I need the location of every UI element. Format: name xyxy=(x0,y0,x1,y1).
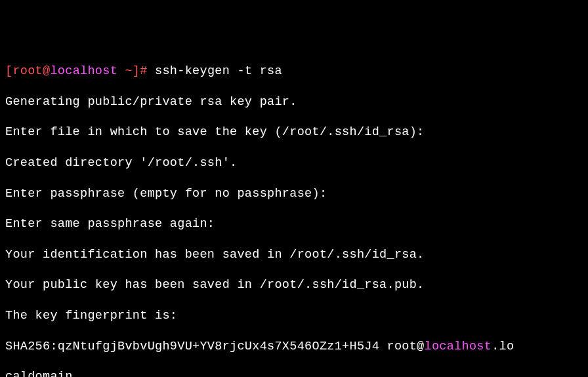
output-line: The key fingerprint is: xyxy=(5,308,583,323)
sha-prefix: SHA256:qzNtufgjBvbvUgh9VU+YV8rjcUx4s7X54… xyxy=(5,340,425,353)
hostname: localhost xyxy=(50,64,117,78)
output-line: Generating public/private rsa key pair. xyxy=(5,94,583,109)
command-text[interactable]: ssh-keygen -t rsa xyxy=(155,64,282,78)
fingerprint-line: SHA256:qzNtufgjBvbvUgh9VU+YV8rjcUx4s7X54… xyxy=(5,339,583,354)
bracket-open: [ xyxy=(5,64,12,78)
output-line: caldomain xyxy=(5,369,583,377)
user: root xyxy=(12,64,43,78)
sha-host: localhost xyxy=(425,340,492,353)
at-sign: @ xyxy=(43,64,50,78)
output-line: Enter file in which to save the key (/ro… xyxy=(5,125,583,140)
output-line: Enter same passphrase again: xyxy=(5,216,583,231)
output-line: Created directory '/root/.ssh'. xyxy=(5,155,583,170)
prompt-line: [root@localhost ~]# ssh-keygen -t rsa xyxy=(5,64,583,79)
output-line: Enter passphrase (empty for no passphras… xyxy=(5,186,583,201)
sha-suffix: .lo xyxy=(492,340,514,353)
prompt-close: ~]# xyxy=(117,64,155,78)
output-line: Your public key has been saved in /root/… xyxy=(5,277,583,292)
output-line: Your identification has been saved in /r… xyxy=(5,247,583,262)
